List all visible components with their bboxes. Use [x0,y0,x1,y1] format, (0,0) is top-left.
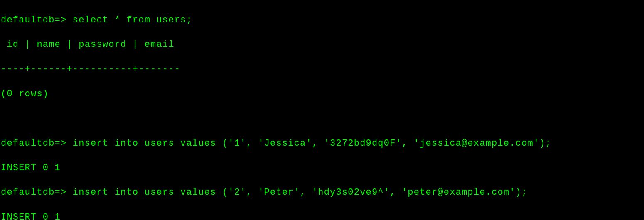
insert-response-1: INSERT 0 1 [1,162,643,174]
terminal-output[interactable]: defaultdb=> select * from users; id | na… [1,2,643,220]
result-rowcount-1: (0 rows) [1,88,643,100]
blank-line [1,112,643,125]
query-line-1: defaultdb=> select * from users; [1,14,643,27]
insert-response-2: INSERT 0 1 [1,211,643,220]
result-header-1: id | name | password | email [1,39,643,51]
result-divider-1: ----+------+----------+------- [1,63,643,76]
insert-line-1: defaultdb=> insert into users values ('1… [1,137,643,150]
insert-line-2: defaultdb=> insert into users values ('2… [1,186,643,199]
